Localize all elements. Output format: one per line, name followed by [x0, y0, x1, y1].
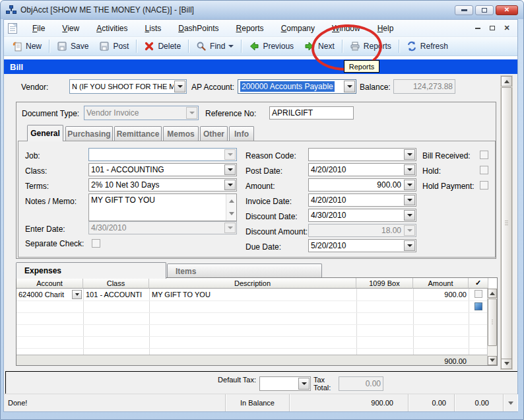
cell-amount[interactable]: 900.00	[414, 289, 469, 300]
tab-remittance[interactable]: Remittance	[114, 126, 162, 141]
menu-reports[interactable]: Reports	[228, 22, 273, 35]
class-dropdown-icon[interactable]	[224, 164, 236, 175]
mdi-minimize-button[interactable]	[471, 23, 484, 34]
menu-company[interactable]: Company	[273, 22, 323, 35]
tab-items[interactable]: Items	[167, 263, 322, 279]
save-button[interactable]: Save	[51, 38, 94, 54]
status-dropdown-icon[interactable]	[504, 394, 517, 411]
notes-scrollbar[interactable]	[226, 194, 236, 221]
tab-other[interactable]: Other	[200, 126, 228, 141]
column-header-description[interactable]: Description	[149, 278, 356, 289]
tab-info[interactable]: Info	[229, 126, 254, 141]
column-header-account[interactable]: Account	[16, 278, 83, 289]
ap-account-dropdown-icon[interactable]	[344, 81, 355, 92]
previous-button[interactable]: Previous	[244, 38, 299, 54]
menu-activities[interactable]: Activities	[88, 22, 136, 35]
tax-total-value: 0.00	[339, 377, 383, 390]
form-scroll-up-button[interactable]	[501, 76, 512, 87]
discount-date-dropdown-icon[interactable]	[404, 210, 415, 221]
account-cell-dropdown-icon[interactable]	[72, 290, 82, 299]
tab-purchasing[interactable]: Purchasing	[65, 126, 113, 141]
invoice-date-dropdown-icon[interactable]	[404, 195, 415, 205]
vendor-dropdown-icon[interactable]	[174, 81, 185, 92]
reports-button[interactable]: Reports	[344, 38, 397, 54]
due-date-dropdown-icon[interactable]	[404, 240, 415, 251]
post-button[interactable]: Post	[94, 38, 134, 54]
reference-no-input[interactable]: APRILGIFT	[269, 106, 354, 120]
notes-memo-textarea[interactable]: MY GIFT TO YOU	[88, 193, 237, 221]
restore-button[interactable]	[475, 5, 494, 15]
grid-scroll-down-button[interactable]	[488, 356, 497, 365]
tab-general[interactable]: General	[27, 125, 63, 141]
amount-dropdown-icon[interactable]	[404, 180, 415, 190]
page-title: Bill	[10, 62, 23, 72]
amount-combobox[interactable]: 900.00	[308, 178, 416, 192]
form-scrollbar-thumb[interactable]	[501, 87, 512, 359]
column-header-1099box[interactable]: 1099 Box	[356, 278, 413, 289]
document-icon[interactable]	[8, 23, 17, 34]
default-tax-dropdown-icon[interactable]	[298, 378, 310, 390]
grid-scrollbar-thumb[interactable]	[488, 298, 497, 346]
tab-memos[interactable]: Memos	[163, 126, 199, 141]
refresh-button[interactable]: Refresh	[401, 38, 453, 54]
class-combobox[interactable]: 101 - ACCOUNTING	[88, 163, 237, 176]
menu-help[interactable]: Help	[369, 22, 403, 35]
class-value: 101 - ACCOUNTING	[89, 164, 224, 176]
close-button[interactable]: ✕	[496, 5, 518, 15]
bill-received-label: Bill Received:	[422, 151, 471, 160]
hold-checkbox[interactable]	[480, 166, 488, 174]
mdi-restore-button[interactable]	[486, 23, 499, 34]
menu-file[interactable]: File	[24, 22, 53, 35]
row-check-checkbox[interactable]	[475, 290, 482, 298]
hold-payment-checkbox[interactable]	[480, 181, 488, 190]
reason-code-combobox[interactable]	[308, 148, 416, 161]
bill-received-checkbox[interactable]	[480, 151, 488, 159]
terms-dropdown-icon[interactable]	[224, 180, 236, 190]
minimize-button[interactable]	[455, 5, 473, 15]
amount-value: 900.00	[309, 179, 403, 191]
column-header-class[interactable]: Class	[83, 278, 149, 289]
next-button[interactable]: Next	[299, 38, 340, 54]
cell-description[interactable]: MY GIFT TO YOU	[150, 289, 356, 300]
menu-dashpoints[interactable]: DashPoints	[170, 22, 227, 35]
mdi-close-button[interactable]: ✕	[500, 23, 513, 34]
reason-code-dropdown-icon[interactable]	[404, 149, 415, 160]
menu-window[interactable]: Window	[323, 22, 369, 35]
column-header-amount[interactable]: Amount	[413, 278, 469, 289]
grid-scrollbar[interactable]	[487, 289, 497, 365]
grid-scroll-up-button[interactable]	[488, 289, 497, 298]
title-bar[interactable]: ObjAcct [SHOW ME THE MONEY (NACE)] - [Bi…	[1, 1, 523, 19]
separate-check-checkbox[interactable]	[92, 239, 100, 248]
terms-combobox[interactable]: 2% 10 Net 30 Days	[88, 178, 237, 192]
vendor-combobox[interactable]: N (IF YOU SHOOT FOR THE MOON)	[69, 79, 187, 94]
ap-account-combobox[interactable]: 200000 Accounts Payable	[238, 79, 356, 94]
find-button[interactable]: Find	[191, 38, 239, 54]
discount-date-combobox[interactable]: 4/30/2010	[308, 209, 416, 222]
mdi-close-icon: ✕	[504, 24, 509, 32]
tab-expenses[interactable]: Expenses	[16, 262, 166, 279]
enter-date-dropdown-icon	[224, 223, 236, 233]
cell-class[interactable]: 101 - ACCOUNTI	[84, 289, 149, 300]
default-tax-combobox[interactable]	[259, 376, 311, 391]
cell-1099box[interactable]	[357, 289, 413, 300]
new-button[interactable]: New	[7, 38, 47, 54]
menu-view[interactable]: View	[53, 22, 88, 35]
status-bar: Done! In Balance 900.00 0.00 0.00	[4, 394, 517, 411]
form-scrollbar[interactable]	[500, 75, 513, 370]
due-date-combobox[interactable]: 5/20/2010	[308, 239, 416, 252]
document-type-label: Document Type:	[22, 109, 79, 118]
post-date-dropdown-icon[interactable]	[404, 164, 415, 175]
column-header-check[interactable]: ✓	[469, 278, 488, 289]
post-date-label: Post Date:	[246, 166, 282, 176]
post-date-combobox[interactable]: 4/20/2010	[308, 163, 416, 176]
menu-lists[interactable]: Lists	[137, 22, 170, 35]
invoice-date-combobox[interactable]: 4/20/2010	[308, 193, 416, 207]
general-tab-page: Job: Class: 101 - ACCOUNTING Terms: 2% 1…	[18, 141, 496, 258]
previous-arrow-icon	[249, 41, 259, 52]
job-combobox[interactable]	[88, 148, 237, 161]
form-scroll-down-button[interactable]	[501, 359, 512, 369]
delete-button[interactable]: Delete	[139, 38, 186, 54]
new-icon	[12, 41, 22, 52]
new-row-check-checkbox[interactable]	[475, 302, 482, 310]
cell-account[interactable]: 624000 Charit	[16, 289, 72, 300]
